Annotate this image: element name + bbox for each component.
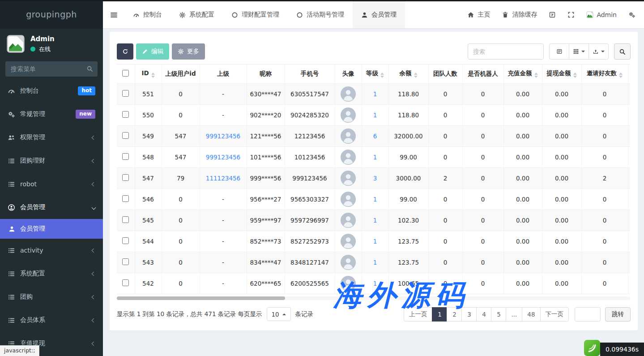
row-checkbox[interactable] bbox=[122, 216, 129, 223]
toggle-view-button[interactable] bbox=[549, 43, 569, 60]
sidebar-item-console[interactable]: 控制台hot bbox=[0, 79, 103, 103]
sidebar-toggle-button[interactable] bbox=[103, 1, 124, 28]
sidebar-item-activity[interactable]: activity bbox=[0, 239, 103, 262]
row-checkbox[interactable] bbox=[122, 174, 129, 181]
column-header-invite-count[interactable]: 邀请好友数 bbox=[581, 64, 628, 83]
search-submit-button[interactable] bbox=[614, 43, 631, 60]
columns-dropdown-button[interactable] bbox=[569, 43, 589, 60]
row-checkbox[interactable] bbox=[122, 132, 129, 139]
language-button[interactable] bbox=[543, 1, 562, 28]
column-header-recharge-amount[interactable]: 充值金额 bbox=[503, 64, 542, 83]
cell-recharge-amount: 0.00 bbox=[503, 83, 542, 104]
cell-invite-count: 2 bbox=[581, 167, 628, 189]
export-dropdown-button[interactable] bbox=[589, 43, 609, 60]
chevron-left-icon bbox=[92, 159, 96, 163]
sort-icon[interactable] bbox=[534, 73, 538, 78]
sidebar-search-input[interactable] bbox=[5, 61, 98, 77]
tab-activity-period[interactable]: 活动期号管理 bbox=[288, 1, 353, 28]
cell-id: 544 bbox=[135, 231, 162, 252]
cell-recharge-amount: 0.00 bbox=[503, 189, 542, 210]
thinkphp-debug-icon[interactable] bbox=[584, 340, 600, 356]
cell-withdraw-amount: 0.00 bbox=[542, 146, 581, 167]
more-button[interactable]: 更多 bbox=[172, 43, 205, 60]
cell-parent: - bbox=[200, 252, 247, 273]
pagination-page-4[interactable]: 4 bbox=[476, 307, 491, 322]
sort-icon[interactable] bbox=[619, 73, 623, 78]
row-checkbox[interactable] bbox=[122, 111, 129, 118]
table-search-input[interactable] bbox=[468, 43, 544, 60]
row-checkbox[interactable] bbox=[122, 90, 129, 97]
level-link[interactable]: 1 bbox=[373, 112, 377, 119]
cell-invite-count: 0 bbox=[581, 231, 628, 252]
tab-finance-config[interactable]: 理财配置管理 bbox=[223, 1, 288, 28]
column-header-level[interactable]: 等级 bbox=[362, 64, 388, 83]
table-row: 5460-956****279565303327199.00000.000.00… bbox=[117, 189, 630, 210]
sidebar-item-permissions[interactable]: 权限管理 bbox=[0, 126, 103, 149]
level-link[interactable]: 1 bbox=[373, 196, 377, 203]
row-checkbox[interactable] bbox=[122, 237, 129, 244]
edit-button[interactable]: 编辑 bbox=[136, 43, 169, 60]
pagination-page-48[interactable]: 48 bbox=[522, 307, 540, 322]
sidebar-item-members[interactable]: 会员管理 bbox=[0, 196, 103, 219]
sort-icon[interactable] bbox=[380, 73, 384, 78]
table-row: 54779111123456999****5699912345633000.00… bbox=[117, 167, 630, 189]
cell-level: 1 bbox=[362, 189, 388, 210]
members-table-wrapper: ID上级用户id上级昵称手机号头像等级余额团队人数是否机器人充值金额提现金额邀请… bbox=[117, 64, 630, 294]
row-checkbox[interactable] bbox=[122, 195, 129, 202]
user-menu[interactable]: Admin bbox=[580, 1, 623, 28]
level-link[interactable]: 1 bbox=[373, 259, 377, 266]
select-all-checkbox[interactable] bbox=[122, 70, 129, 77]
tab-members[interactable]: 会员管理 bbox=[353, 1, 405, 28]
settings-button[interactable] bbox=[623, 1, 641, 28]
row-checkbox[interactable] bbox=[122, 153, 129, 160]
table-row: 549547999123456121****5612123456632000.0… bbox=[117, 125, 630, 146]
tab-system-config[interactable]: 系统配置 bbox=[171, 1, 223, 28]
column-header-id[interactable]: ID bbox=[135, 64, 162, 83]
cell-phone: 9024285320 bbox=[285, 104, 335, 125]
pagination-next[interactable]: 下一页 bbox=[540, 307, 569, 322]
sidebar-item-general[interactable]: 常规管理new bbox=[0, 103, 103, 126]
page-size-select[interactable]: 10 bbox=[267, 307, 291, 321]
pagination-page-3[interactable]: 3 bbox=[461, 307, 477, 322]
tab-console[interactable]: 控制台 bbox=[124, 1, 171, 28]
level-link[interactable]: 1 bbox=[373, 90, 377, 98]
pagination-page-1[interactable]: 1 bbox=[432, 307, 447, 322]
refresh-button[interactable] bbox=[117, 43, 133, 60]
sidebar-item-group-buy[interactable]: 团购 bbox=[0, 285, 103, 309]
horizontal-scrollbar-thumb[interactable] bbox=[117, 296, 285, 300]
pagination-page-2[interactable]: 2 bbox=[447, 307, 462, 322]
column-header-withdraw-amount[interactable]: 提现金额 bbox=[542, 64, 581, 83]
row-checkbox[interactable] bbox=[122, 258, 129, 265]
page-jump-input[interactable] bbox=[575, 307, 601, 322]
home-link[interactable]: 主页 bbox=[461, 1, 496, 28]
column-header-parent-id: 上级用户id bbox=[162, 64, 200, 83]
pagination-prev[interactable]: 上一页 bbox=[404, 307, 433, 322]
level-link[interactable]: 1 bbox=[373, 217, 377, 224]
row-checkbox[interactable] bbox=[122, 279, 129, 286]
parent-link[interactable]: 999123456 bbox=[206, 133, 240, 140]
sort-icon[interactable] bbox=[414, 73, 418, 78]
sidebar-item-member-system[interactable]: 会员体系 bbox=[0, 309, 103, 332]
clear-cache-button[interactable]: 清除缓存 bbox=[496, 1, 543, 28]
level-link[interactable]: 1 bbox=[373, 238, 377, 245]
parent-link[interactable]: 111123456 bbox=[206, 175, 240, 182]
avatar bbox=[341, 171, 356, 186]
pagination-page-5[interactable]: 5 bbox=[491, 307, 506, 322]
level-link[interactable]: 3 bbox=[373, 175, 377, 182]
level-link[interactable]: 6 bbox=[373, 133, 377, 140]
sort-icon[interactable] bbox=[151, 73, 155, 78]
sort-icon[interactable] bbox=[573, 73, 577, 78]
level-link[interactable]: 1 bbox=[373, 154, 377, 161]
cell-invite-count: 0 bbox=[581, 83, 628, 104]
sidebar-item-group-finance[interactable]: 团购理财 bbox=[0, 149, 103, 172]
top-strip bbox=[0, 0, 644, 1]
level-link[interactable]: 1 bbox=[373, 280, 377, 287]
sidebar-item-system-config[interactable]: 系统配置 bbox=[0, 262, 103, 285]
column-header-select[interactable] bbox=[117, 64, 135, 83]
fullscreen-button[interactable] bbox=[562, 1, 580, 28]
column-header-balance[interactable]: 余额 bbox=[388, 64, 428, 83]
sidebar-item-robot[interactable]: robot bbox=[0, 172, 103, 196]
parent-link[interactable]: 999123456 bbox=[206, 154, 240, 161]
sidebar-subitem-members-sub[interactable]: 会员管理 bbox=[0, 219, 103, 239]
page-jump-button[interactable]: 跳转 bbox=[605, 307, 631, 322]
